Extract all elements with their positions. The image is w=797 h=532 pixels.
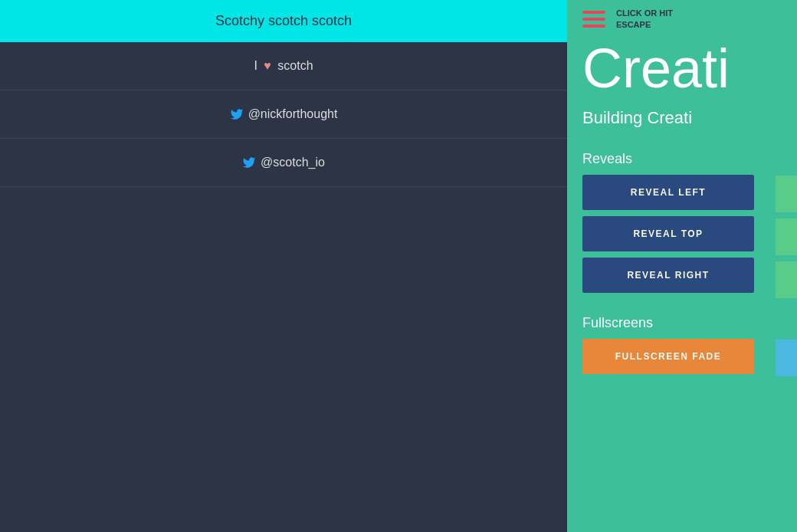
heart-icon: ♥: [264, 59, 271, 73]
fullscreens-section-label: Fullscreens: [567, 307, 769, 339]
nav-item-love[interactable]: I ♥ scotch: [0, 42, 567, 90]
hamburger-line-3: [582, 25, 605, 28]
right-header: CLICK OR HIT ESCAPE: [567, 0, 797, 39]
hamburger-menu-icon[interactable]: [582, 11, 605, 28]
reveals-buttons-group: REVEAL LEFT REVEAL TOP REVEAL RIGHT: [567, 175, 769, 293]
big-title: Creati: [567, 41, 797, 96]
click-or-hit-text: CLICK OR HIT: [616, 8, 673, 18]
push-green-sq-1: [776, 176, 797, 212]
reveals-section-label: Reveals: [567, 143, 769, 175]
hamburger-line-1: [582, 11, 605, 14]
right-panel: CLICK OR HIT ESCAPE Creati Building Crea…: [567, 0, 797, 532]
push-green-sq-3: [776, 261, 797, 298]
escape-label: CLICK OR HIT ESCAPE: [616, 8, 673, 31]
reveal-left-button[interactable]: REVEAL LEFT: [582, 175, 754, 210]
scroll-blue-sq-1: [776, 340, 797, 376]
nav-text-i: I: [254, 59, 261, 73]
top-bar: Scotchy scotch scotch: [0, 0, 567, 42]
nav-item-twitter-nick[interactable]: @nickforthought: [0, 90, 567, 139]
twitter-icon-2: [242, 156, 256, 169]
nav-text-scotch: scotch: [274, 59, 313, 73]
left-panel: Scotchy scotch scotch I ♥ scotch @nickfo…: [0, 0, 567, 532]
reveal-top-button[interactable]: REVEAL TOP: [582, 216, 754, 251]
push-green-sq-2: [776, 218, 797, 255]
fullscreen-fade-button[interactable]: FULLSCREEN FADE: [582, 339, 754, 374]
reveal-right-button[interactable]: REVEAL RIGHT: [582, 258, 754, 293]
nav-handle-nick: @nickforthought: [248, 107, 338, 121]
nav-handle-scotch: @scotch_io: [261, 156, 325, 169]
twitter-icon: [230, 107, 244, 121]
nav-item-twitter-scotch[interactable]: @scotch_io: [0, 139, 567, 187]
escape-text-label: ESCAPE: [616, 20, 651, 29]
top-bar-title: Scotchy scotch scotch: [215, 13, 352, 29]
fullscreens-buttons-group: FULLSCREEN FADE: [567, 339, 769, 374]
hamburger-line-2: [582, 18, 605, 21]
sub-title: Building Creati: [567, 96, 797, 143]
nav-items: I ♥ scotch @nickforthought @scotch_io: [0, 42, 567, 187]
